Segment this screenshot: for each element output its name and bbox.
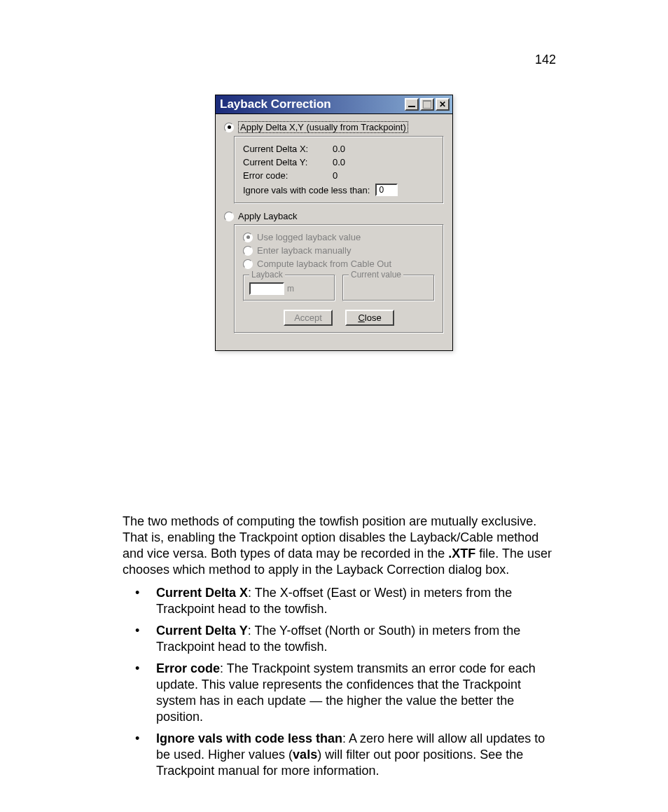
radio-enter-manually-label: Enter layback manually: [257, 245, 351, 256]
titlebar: Layback Correction ✕: [215, 95, 453, 113]
bullet-list: Current Delta X: The X-offset (East or W…: [123, 585, 552, 779]
radio-apply-layback[interactable]: Apply Layback: [224, 211, 444, 221]
page-number: 142: [535, 53, 556, 67]
bullet-error-code: Error code: The Trackpoint system transm…: [123, 661, 552, 725]
current-delta-y-value: 0.0: [333, 157, 345, 167]
bullet-delta-y: Current Delta Y: The Y-offset (North or …: [123, 623, 552, 655]
layback-unit: m: [287, 284, 294, 294]
bullet-delta-x: Current Delta X: The X-offset (East or W…: [123, 585, 552, 617]
ignore-vals-input[interactable]: 0: [375, 184, 398, 196]
layback-field-group: Layback m: [243, 275, 335, 301]
ignore-vals-row: Ignore vals with code less than: 0: [243, 184, 435, 196]
error-code-value: 0: [333, 170, 338, 181]
dialog-client-area: Apply Delta X,Y (usually from Trackpoint…: [215, 113, 453, 351]
radio-use-logged-label: Use logged layback value: [257, 232, 361, 242]
layback-groupbox: Use logged layback value Enter layback m…: [234, 224, 444, 333]
radio-enter-manually: Enter layback manually: [243, 245, 435, 256]
radio-apply-layback-label: Apply Layback: [238, 211, 298, 221]
maximize-button: [420, 98, 434, 111]
body-text: The two methods of computing the towfish…: [123, 514, 552, 785]
bullet-delta-y-term: Current Delta Y: [156, 624, 248, 638]
radio-icon: [224, 123, 234, 132]
delta-groupbox: Current Delta X: 0.0 Current Delta Y: 0.…: [234, 136, 444, 204]
bullet-delta-x-term: Current Delta X: [156, 586, 248, 600]
radio-icon: [243, 246, 253, 256]
maximize-icon: [423, 100, 431, 109]
dialog-title: Layback Correction: [220, 97, 405, 111]
layback-input: [249, 282, 284, 295]
radio-use-logged: Use logged layback value: [243, 232, 435, 242]
radio-icon: [243, 233, 253, 242]
current-value-legend: Current value: [349, 270, 403, 280]
bullet-ignore-vals-bold: vals: [293, 748, 317, 762]
current-delta-x-label: Current Delta X:: [243, 144, 333, 154]
bullet-ignore-vals: Ignore vals with code less than: A zero …: [123, 731, 552, 779]
radio-apply-delta[interactable]: Apply Delta X,Y (usually from Trackpoint…: [224, 121, 444, 133]
current-delta-y-row: Current Delta Y: 0.0: [243, 157, 435, 167]
intro-paragraph: The two methods of computing the towfish…: [123, 514, 552, 578]
minimize-button[interactable]: [405, 98, 419, 111]
ignore-vals-label: Ignore vals with code less than:: [243, 185, 370, 195]
layback-legend: Layback: [249, 270, 285, 280]
minimize-icon: [408, 106, 415, 107]
close-mnemonic: C: [358, 312, 364, 323]
accept-button: Accept: [284, 310, 333, 326]
bullet-ignore-term: Ignore vals with code less than: [156, 731, 342, 745]
dialog-screenshot: Layback Correction ✕ Apply Delta X,Y (us…: [215, 95, 453, 351]
close-rest: lose: [365, 312, 382, 323]
current-delta-x-row: Current Delta X: 0.0: [243, 144, 435, 154]
error-code-label: Error code:: [243, 170, 333, 181]
current-value-group: Current value: [342, 275, 435, 301]
error-code-row: Error code: 0: [243, 170, 435, 181]
radio-compute-cable: Compute layback from Cable Out: [243, 259, 435, 269]
close-button[interactable]: ✕: [436, 98, 450, 111]
current-delta-y-label: Current Delta Y:: [243, 157, 333, 167]
close-dialog-button[interactable]: Close: [345, 310, 394, 326]
current-delta-x-value: 0.0: [333, 144, 345, 154]
radio-compute-cable-label: Compute layback from Cable Out: [257, 259, 391, 269]
bullet-error-code-term: Error code: [156, 661, 220, 675]
xtf-bold: .XTF: [448, 546, 475, 560]
layback-correction-dialog: Layback Correction ✕ Apply Delta X,Y (us…: [215, 95, 453, 351]
radio-apply-delta-label: Apply Delta X,Y (usually from Trackpoint…: [238, 121, 408, 133]
radio-icon: [224, 212, 234, 221]
radio-icon: [243, 259, 253, 269]
close-icon: ✕: [439, 99, 446, 109]
